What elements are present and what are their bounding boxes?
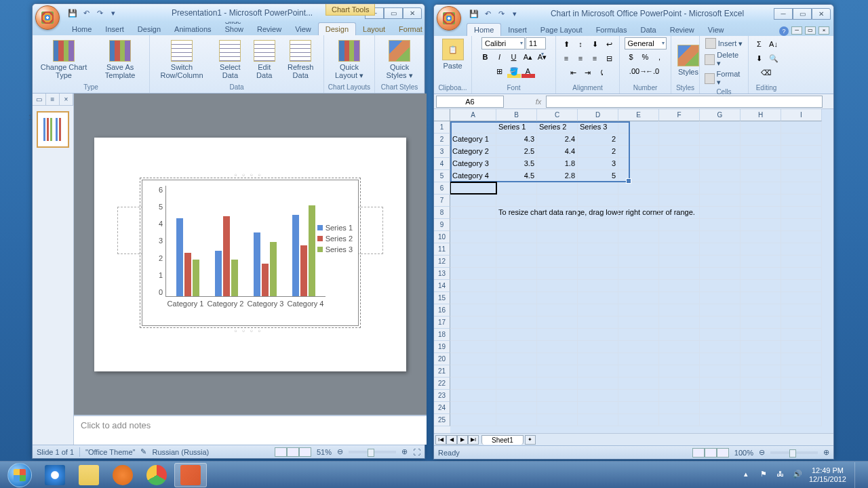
cell[interactable] <box>659 207 700 219</box>
cell[interactable] <box>781 378 822 390</box>
cell[interactable] <box>781 146 822 158</box>
cell[interactable] <box>659 170 700 182</box>
cell[interactable] <box>659 280 700 292</box>
qat-save-icon[interactable]: 💾 <box>468 7 480 20</box>
cell[interactable] <box>659 329 700 341</box>
cell[interactable]: 3.5 <box>496 158 537 170</box>
tab-view[interactable]: View <box>288 23 318 35</box>
cell[interactable] <box>496 182 537 195</box>
row-header[interactable]: 2 <box>434 134 450 146</box>
cell[interactable] <box>537 353 578 365</box>
cell[interactable] <box>537 207 578 219</box>
font-name-combo[interactable]: Calibri <box>481 37 525 49</box>
cell[interactable] <box>537 329 578 341</box>
cell[interactable] <box>450 378 496 390</box>
row-header[interactable]: 25 <box>434 414 450 426</box>
cell[interactable] <box>450 195 496 207</box>
cell[interactable] <box>741 158 781 170</box>
start-button[interactable] <box>1 462 38 488</box>
cell[interactable] <box>700 329 741 341</box>
cell[interactable] <box>618 121 659 134</box>
cell[interactable] <box>659 317 700 329</box>
spreadsheet-grid[interactable]: 1234567891011121314151617181920212223242… <box>434 109 833 433</box>
cell[interactable] <box>618 402 659 414</box>
qat-more-icon[interactable]: ▾ <box>509 7 521 20</box>
cell[interactable] <box>578 256 618 268</box>
cell[interactable] <box>700 365 741 378</box>
cell[interactable] <box>537 402 578 414</box>
cell[interactable] <box>659 158 700 170</box>
cell[interactable] <box>741 280 781 292</box>
cell[interactable] <box>700 158 741 170</box>
sheet-nav-next[interactable]: ▶ <box>457 435 468 445</box>
find-button[interactable]: 🔍 <box>767 52 781 65</box>
align-center-button[interactable]: ≡ <box>574 52 587 65</box>
row-header[interactable]: 18 <box>434 329 450 341</box>
cell[interactable] <box>578 390 618 402</box>
cell[interactable] <box>618 353 659 365</box>
tab-animations[interactable]: Animations <box>167 23 218 35</box>
cell[interactable] <box>741 365 781 378</box>
tab-review[interactable]: Review <box>250 23 288 35</box>
language-label[interactable]: Russian (Russia) <box>152 448 209 456</box>
cell[interactable] <box>450 304 496 317</box>
cell[interactable] <box>618 292 659 304</box>
cell[interactable] <box>537 304 578 317</box>
cell[interactable] <box>700 402 741 414</box>
cell[interactable] <box>496 341 537 353</box>
slideshow-view-button[interactable] <box>299 447 311 457</box>
cell[interactable] <box>496 365 537 378</box>
cell[interactable] <box>618 414 659 426</box>
border-button[interactable]: ⊞ <box>493 64 507 78</box>
cell[interactable] <box>700 170 741 182</box>
bold-button[interactable]: B <box>479 50 492 64</box>
cell[interactable] <box>781 243 822 256</box>
cell[interactable] <box>781 134 822 146</box>
cell[interactable] <box>450 365 496 378</box>
cell[interactable] <box>450 207 496 219</box>
cell[interactable] <box>496 402 537 414</box>
cell[interactable] <box>578 304 618 317</box>
office-button[interactable] <box>35 5 60 30</box>
cell[interactable] <box>537 219 578 231</box>
taskbar-media-player[interactable] <box>106 463 139 487</box>
cell[interactable] <box>496 243 537 256</box>
cell[interactable] <box>618 317 659 329</box>
cell[interactable] <box>659 182 700 195</box>
cell[interactable]: 2 <box>578 146 618 158</box>
tab-data[interactable]: Data <box>633 24 663 36</box>
quick-layout-button[interactable]: Quick Layout ▾ <box>327 39 372 81</box>
new-sheet-button[interactable]: ✦ <box>525 435 536 445</box>
cell[interactable] <box>741 170 781 182</box>
cell[interactable] <box>781 365 822 378</box>
cell[interactable] <box>618 256 659 268</box>
cell[interactable] <box>700 317 741 329</box>
cell[interactable] <box>450 402 496 414</box>
cell[interactable] <box>537 268 578 280</box>
row-header[interactable]: 21 <box>434 365 450 378</box>
cell[interactable] <box>741 256 781 268</box>
page-layout-view-button[interactable] <box>705 448 717 458</box>
cell[interactable] <box>450 256 496 268</box>
cell[interactable] <box>618 341 659 353</box>
help-icon[interactable]: ? <box>779 26 789 36</box>
cell[interactable] <box>618 378 659 390</box>
cell[interactable] <box>741 390 781 402</box>
italic-button[interactable]: I <box>493 50 507 64</box>
zoom-out-button[interactable]: ⊖ <box>759 448 765 457</box>
row-header[interactable]: 6 <box>434 182 450 195</box>
cell[interactable] <box>700 390 741 402</box>
taskbar-ie[interactable] <box>39 463 71 487</box>
cell[interactable] <box>741 317 781 329</box>
cell[interactable] <box>741 304 781 317</box>
tab-chart-layout[interactable]: Layout <box>356 23 392 35</box>
cell[interactable] <box>781 402 822 414</box>
cell[interactable] <box>741 353 781 365</box>
cell[interactable] <box>537 195 578 207</box>
qat-redo-icon[interactable]: ↷ <box>495 7 507 20</box>
cell[interactable] <box>659 146 700 158</box>
clear-button[interactable]: ⌫ <box>760 66 773 79</box>
cell[interactable] <box>496 292 537 304</box>
cell[interactable] <box>741 402 781 414</box>
fill-button[interactable]: ⬇ <box>753 52 766 65</box>
